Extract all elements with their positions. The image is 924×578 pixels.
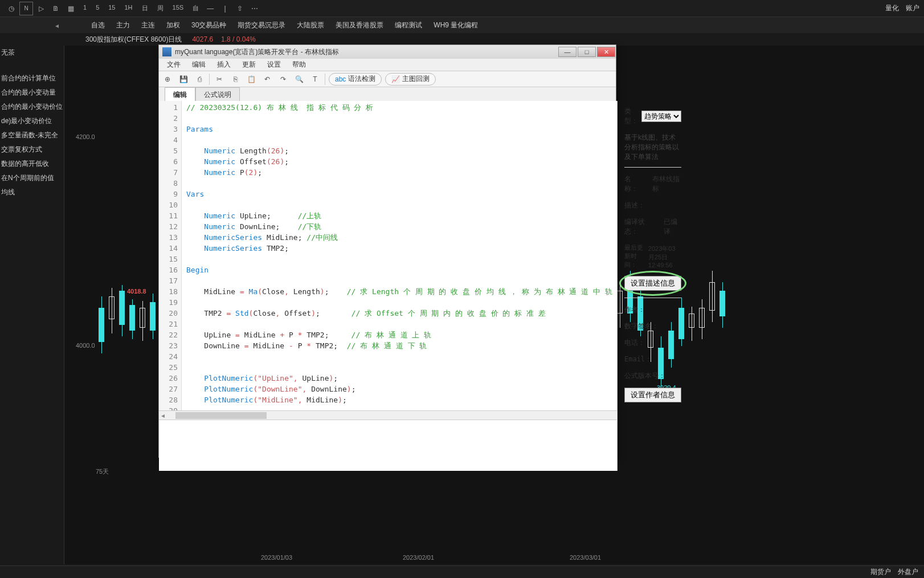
timeframe-自[interactable]: 自 [188, 4, 203, 13]
desc-label: 描述： [624, 201, 645, 210]
vline-icon[interactable]: | [218, 2, 232, 15]
symbol-name: 300股指加权(CFFEX 8600)日线 [85, 35, 182, 44]
duration-label: 75天 [96, 467, 109, 476]
y-axis-label: 4000.0 [76, 342, 95, 349]
tab-item[interactable]: 加权 [161, 18, 186, 32]
editor-toolbar: ⊕ 💾 ⎙ ✂ ⎘ 📋 ↶ ↷ 🔍 T abcabc 语法检测语法检测 📈主图回… [159, 71, 616, 87]
type-label: 类型： [624, 107, 638, 126]
status-item[interactable]: 期货户 [870, 567, 891, 577]
tab-item[interactable]: 期货交易沉思录 [232, 18, 291, 32]
watchlist-item[interactable]: 无茶 [0, 46, 63, 60]
tab-item[interactable]: 美国及香港股票 [330, 18, 389, 32]
window-title: myQuant language(宽语言)策略开发平台 - 布林线指标 [175, 47, 339, 57]
top-link[interactable]: 量化 [885, 3, 899, 13]
tab-bar: 自选主力主连加权30交易品种期货交易沉思录大陆股票美国及香港股票编程测试WH9 … [0, 17, 924, 33]
author-label: 作者： [624, 305, 645, 315]
top-link[interactable]: 账户 [906, 3, 919, 13]
minus-icon[interactable]: — [203, 2, 217, 15]
type-desc: 基于k线图、技术分析指标的策略以及下单算法 [624, 133, 681, 168]
cut-icon[interactable]: ✂ [213, 73, 226, 86]
type-select[interactable]: 趋势策略 [641, 111, 681, 122]
code-editor[interactable]: 1234567891011121314151617181920212223242… [159, 101, 617, 410]
watchlist-item[interactable]: 在N个周期前的值 [0, 171, 63, 185]
top-toolbar: ◷ N ▷ 🗎 ▦ 15151H日周15S自 — | ⇧ ⋯ 量化账户 [0, 0, 924, 17]
menu-插入[interactable]: 插入 [211, 59, 236, 71]
menu-帮助[interactable]: 帮助 [287, 59, 312, 71]
left-sidebar: 无茶前合约的计算单位合约的最小变动量合约的最小变动价位de)最小变动价位多空量函… [0, 46, 63, 200]
timeframe-5[interactable]: 5 [91, 4, 104, 13]
watchlist-item[interactable]: 前合约的计算单位 [0, 71, 63, 86]
grid-icon[interactable]: ▦ [64, 2, 77, 15]
doc-icon[interactable]: 🗎 [49, 2, 63, 15]
titlebar[interactable]: myQuant language(宽语言)策略开发平台 - 布林线指标 — □ … [159, 45, 616, 59]
watchlist-item[interactable]: de)最小变动价位 [0, 114, 63, 128]
paste-icon[interactable]: 📋 [245, 73, 257, 86]
timeframe-1[interactable]: 1 [79, 4, 91, 13]
tab-formula-desc[interactable]: 公式说明 [195, 87, 240, 101]
version-label: 公式版本号： [624, 371, 665, 381]
collapse-marker[interactable]: ◂ [55, 22, 59, 30]
tab-item[interactable]: 主力 [111, 18, 136, 32]
x-axis-label: 2023/02/01 [403, 554, 434, 561]
tab-item[interactable]: 编程测试 [389, 18, 428, 32]
name-value: 布林线指标 [652, 174, 681, 194]
main-backtest-button[interactable]: 📈主图回测 [385, 73, 436, 86]
print-icon[interactable]: ⎙ [193, 73, 206, 86]
x-axis-label: 2023/03/01 [570, 554, 601, 561]
watchlist-item[interactable]: 均线 [0, 185, 63, 200]
tab-item[interactable]: 30交易品种 [186, 18, 232, 32]
watchlist-item[interactable]: 合约的最小变动量 [0, 86, 63, 100]
timeframe-1H[interactable]: 1H [120, 4, 137, 13]
redo-icon[interactable]: ↷ [277, 73, 289, 86]
editor-tabs: 编辑 公式说明 [159, 87, 616, 101]
code-pane: 1234567891011121314151617181920212223242… [159, 101, 617, 471]
tab-edit[interactable]: 编辑 [165, 87, 195, 101]
minimize-button[interactable]: — [558, 47, 577, 57]
play-icon[interactable]: ▷ [34, 2, 48, 15]
search-icon[interactable]: 🔍 [293, 73, 305, 86]
status-item[interactable]: 外盘户 [898, 567, 918, 577]
new-icon[interactable]: ⊕ [161, 73, 174, 86]
output-pane[interactable] [159, 420, 617, 471]
undo-icon[interactable]: ↶ [261, 73, 273, 86]
timeframe-15[interactable]: 15 [104, 4, 120, 13]
clock-icon[interactable]: ◷ [5, 2, 18, 15]
sign-label: 数字签名： [624, 321, 659, 331]
set-author-button[interactable]: 设置作者信息 [624, 388, 681, 402]
watchlist-item[interactable]: 合约的最小变动价位 [0, 100, 63, 114]
compile-value: 已编译 [664, 217, 681, 237]
tab-item[interactable]: 自选 [85, 18, 111, 32]
watchlist-item[interactable]: 数据的高开低收 [0, 157, 63, 171]
last-price: 4027.6 [192, 35, 213, 43]
tab-item[interactable]: WH9 量化编程 [428, 18, 484, 32]
editor-window: myQuant language(宽语言)策略开发平台 - 布林线指标 — □ … [158, 44, 616, 458]
text-icon[interactable]: T [309, 73, 321, 86]
menu-设置[interactable]: 设置 [261, 59, 287, 71]
watchlist-item[interactable]: 多空量函数-未完全 [0, 128, 63, 143]
menu-更新[interactable]: 更新 [236, 59, 261, 71]
save-icon[interactable]: 💾 [177, 73, 190, 86]
h-scrollbar[interactable]: ◂ [159, 410, 617, 420]
timeframe-15S[interactable]: 15S [168, 4, 189, 13]
tab-item[interactable]: 大陆股票 [291, 18, 330, 32]
price-label: 4018.8 [127, 288, 146, 295]
tab-item[interactable]: 主连 [136, 18, 161, 32]
set-desc-button[interactable]: 设置描述信息 [624, 276, 681, 291]
email-label: Email： [624, 355, 652, 364]
copy-icon[interactable]: ⎘ [229, 73, 242, 86]
timeframe-周[interactable]: 周 [153, 4, 168, 13]
ticker-line: 300股指加权(CFFEX 8600)日线 4027.6 1.8 / 0.04% [0, 33, 924, 46]
maximize-button[interactable]: □ [578, 47, 596, 57]
update-value: 2023年03月25日12:49:56 [648, 245, 681, 268]
statusbar: 期货户 外盘户 [0, 565, 924, 578]
n-icon[interactable]: N [19, 2, 33, 15]
update-label: 最后更新时间： [624, 243, 645, 269]
close-button[interactable]: ✕ [597, 47, 615, 57]
menu-编辑[interactable]: 编辑 [186, 59, 211, 71]
syntax-check-button[interactable]: abcabc 语法检测语法检测 [329, 73, 382, 86]
up-icon[interactable]: ⇧ [233, 2, 247, 15]
watchlist-item[interactable]: 交票复权方式 [0, 143, 63, 157]
timeframe-日[interactable]: 日 [137, 4, 153, 13]
more-icon[interactable]: ⋯ [248, 2, 261, 15]
menu-文件[interactable]: 文件 [161, 59, 186, 71]
